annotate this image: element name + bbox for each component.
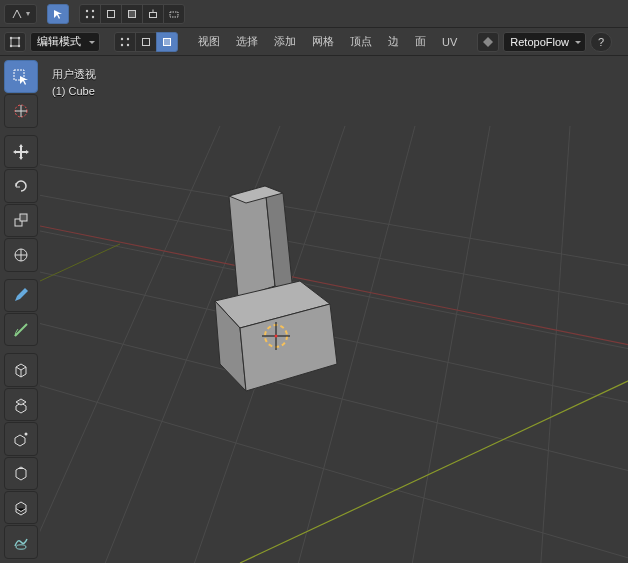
help-button[interactable]: ? — [590, 32, 612, 52]
orientation-icon — [11, 8, 23, 20]
extrude-cursor-icon — [12, 430, 30, 448]
menu-view[interactable]: 视图 — [192, 32, 226, 52]
svg-point-16 — [121, 43, 123, 45]
cursor-arrow-icon — [52, 8, 64, 20]
sel-mode-normal[interactable] — [142, 4, 164, 24]
mode-dropdown[interactable]: 编辑模式 — [30, 32, 100, 52]
tool-shelf — [0, 56, 40, 563]
mesh-edit-icon — [9, 36, 21, 48]
tool-extrude-region[interactable] — [4, 388, 38, 421]
svg-point-15 — [127, 37, 129, 39]
svg-rect-19 — [164, 38, 171, 45]
svg-rect-25 — [20, 214, 27, 221]
cursor-tool-button[interactable] — [47, 4, 69, 24]
mesh-sel-edge[interactable] — [135, 32, 157, 52]
svg-point-51 — [275, 335, 278, 338]
cube-icon — [12, 361, 30, 379]
menu-uv[interactable]: UV — [436, 32, 463, 52]
tool-move[interactable] — [4, 135, 38, 168]
menu-select[interactable]: 选择 — [230, 32, 264, 52]
overlay-projection: 用户透视 — [52, 66, 96, 83]
select-mode-group — [79, 4, 185, 24]
scale-icon — [12, 211, 30, 229]
viewport-overlay: 用户透视 (1) Cube — [52, 66, 96, 99]
sel-mode-island[interactable] — [163, 4, 185, 24]
svg-point-13 — [18, 44, 20, 46]
tool-smooth[interactable] — [4, 525, 38, 558]
loopcut-icon — [12, 499, 30, 517]
tool-rotate[interactable] — [4, 169, 38, 202]
edge-icon — [105, 8, 117, 20]
retopoflow-dropdown[interactable]: RetopoFlow — [503, 32, 586, 52]
sel-mode-vertex[interactable] — [79, 4, 101, 24]
mesh-sel-face[interactable] — [156, 32, 178, 52]
header-toolbar-2: 编辑模式 视图 选择 添加 网格 顶点 边 面 UV RetopoFlow ? — [0, 28, 628, 56]
pencil-icon — [12, 286, 30, 304]
transform-icon — [12, 246, 30, 264]
transform-orientation[interactable]: ▾ — [4, 4, 37, 24]
measure-icon — [12, 321, 30, 339]
tool-select-box[interactable] — [4, 60, 38, 93]
svg-point-3 — [92, 15, 94, 17]
viewport-canvas — [40, 56, 628, 563]
mesh-sel-vertex[interactable] — [114, 32, 136, 52]
tool-loop-cut[interactable] — [4, 491, 38, 524]
mode-icon-button[interactable] — [4, 32, 26, 52]
svg-point-10 — [10, 36, 12, 38]
mode-label: 编辑模式 — [37, 34, 81, 49]
diamond-icon — [483, 37, 493, 47]
vertex-icon — [119, 36, 131, 48]
tool-scale[interactable] — [4, 204, 38, 237]
vertex-dots-icon — [84, 8, 96, 20]
menu-vertex[interactable]: 顶点 — [344, 32, 378, 52]
normal-icon — [147, 8, 159, 20]
svg-rect-9 — [11, 38, 19, 46]
svg-point-14 — [121, 37, 123, 39]
svg-rect-18 — [143, 38, 150, 45]
tool-add-cube[interactable] — [4, 353, 38, 386]
menu-edge[interactable]: 边 — [382, 32, 405, 52]
overlay-object: (1) Cube — [52, 83, 96, 100]
face-icon — [126, 8, 138, 20]
mesh-select-mode-group — [114, 32, 178, 52]
svg-rect-29 — [40, 56, 628, 563]
overlay-toggle[interactable] — [477, 32, 499, 52]
face-icon — [161, 36, 173, 48]
tool-annotate[interactable] — [4, 279, 38, 312]
svg-point-1 — [92, 9, 94, 11]
extrude-icon — [12, 396, 30, 414]
tool-extrude-to-cursor[interactable] — [4, 422, 38, 455]
menu-mesh[interactable]: 网格 — [306, 32, 340, 52]
tool-bevel[interactable] — [4, 457, 38, 490]
svg-point-17 — [127, 43, 129, 45]
tool-measure[interactable] — [4, 313, 38, 346]
viewport-3d[interactable]: 用户透视 (1) Cube — [40, 56, 628, 563]
svg-point-12 — [10, 44, 12, 46]
svg-rect-6 — [150, 12, 157, 17]
svg-rect-8 — [170, 12, 178, 17]
bevel-icon — [12, 464, 30, 482]
svg-point-28 — [16, 545, 26, 549]
header-toolbar-1: ▾ — [0, 0, 628, 28]
svg-point-0 — [86, 9, 88, 11]
sel-mode-face[interactable] — [121, 4, 143, 24]
help-icon: ? — [598, 36, 604, 48]
retopoflow-label: RetopoFlow — [510, 36, 569, 48]
svg-point-27 — [25, 432, 28, 435]
svg-point-2 — [86, 15, 88, 17]
rotate-icon — [12, 177, 30, 195]
move-icon — [12, 143, 30, 161]
select-box-icon — [12, 68, 30, 86]
viewport-area: 用户透视 (1) Cube — [0, 56, 628, 563]
svg-point-11 — [18, 36, 20, 38]
tool-cursor[interactable] — [4, 94, 38, 127]
svg-rect-4 — [108, 10, 115, 17]
edge-icon — [140, 36, 152, 48]
cursor-icon — [12, 102, 30, 120]
tool-transform[interactable] — [4, 238, 38, 271]
menu-add[interactable]: 添加 — [268, 32, 302, 52]
mesh-slab — [229, 186, 293, 298]
sel-mode-edge[interactable] — [100, 4, 122, 24]
menu-face[interactable]: 面 — [409, 32, 432, 52]
island-icon — [168, 8, 180, 20]
